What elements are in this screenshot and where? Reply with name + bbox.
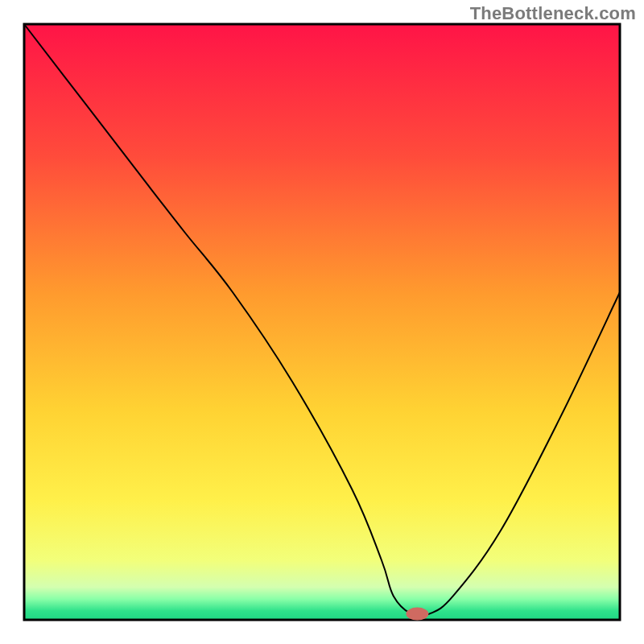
optimal-marker [406, 608, 428, 621]
bottleneck-chart [0, 0, 644, 644]
plot-background [24, 24, 620, 620]
